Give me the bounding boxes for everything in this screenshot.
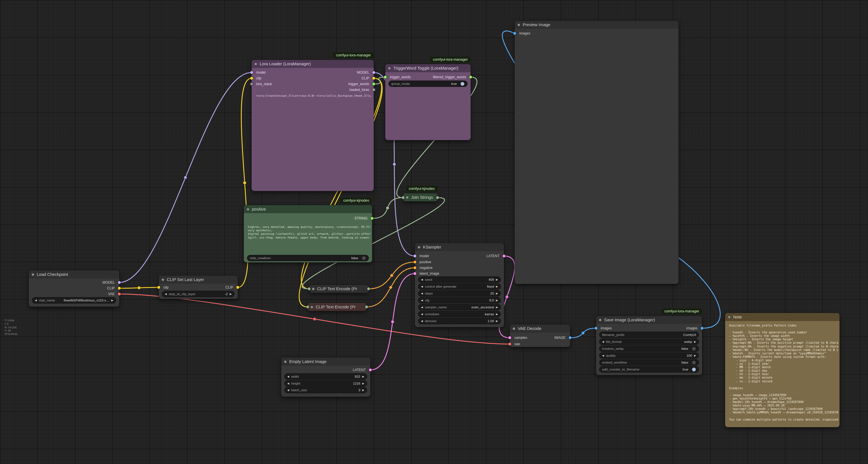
node-vae-decode[interactable]: VAE DecodesamplesvaeIMAGE — [510, 324, 570, 347]
node-clip-text-encode-pos[interactable]: CLIP Text Encode (Pr — [309, 285, 369, 293]
positive-output-port-STRING[interactable] — [371, 217, 373, 220]
clip-text-encode-pos-titlebar[interactable]: CLIP Text Encode (Pr — [309, 285, 369, 293]
note-titlebar[interactable]: Note — [725, 313, 840, 321]
triggerword-toggle-titlebar[interactable]: TriggerWord Toggle (LoraManager) — [385, 64, 471, 72]
ksampler-widget-seed[interactable]: ◀seed409▶ — [418, 277, 501, 283]
toggle-on-icon[interactable] — [692, 367, 696, 372]
combo-left-arrow-icon[interactable]: ◀ — [421, 292, 423, 295]
positive-titlebar[interactable]: positive — [244, 205, 372, 213]
load-checkpoint-output-port-MODEL[interactable] — [118, 281, 121, 284]
node-join-strings[interactable]: comfyui-kjnodesJoin Strings — [403, 193, 438, 201]
preview-image-input-port-images[interactable] — [513, 32, 516, 35]
lora-loader-output-port-loaded_loras[interactable] — [372, 88, 375, 91]
combo-right-arrow-icon[interactable]: ▶ — [496, 278, 498, 281]
ksampler-input-port-negative[interactable] — [413, 266, 416, 269]
combo-left-arrow-icon[interactable]: ◀ — [35, 299, 37, 302]
node-empty-latent-image[interactable]: Empty Latent ImageLATENT◀width832▶◀heigh… — [281, 357, 370, 397]
lora-loader-text[interactable]: <lora:CreateConcept_Illustrious:0.8> <lo… — [256, 94, 372, 189]
join-strings-titlebar[interactable]: Join Strings — [403, 193, 438, 201]
ksampler-input-port-latent_image[interactable] — [413, 272, 416, 275]
combo-right-arrow-icon[interactable]: ▶ — [496, 285, 498, 288]
node-collapse-dot-icon[interactable] — [388, 67, 391, 69]
node-collapse-dot-icon[interactable] — [312, 288, 314, 290]
clip-text-encode-neg-titlebar[interactable]: CLIP Text Encode (Pr — [308, 303, 367, 311]
save-image-widget-embed_workflow[interactable]: embed_workflowfalse — [599, 359, 699, 366]
node-clip-text-encode-neg[interactable]: CLIP Text Encode (Pr — [308, 303, 367, 311]
clip-text-encode-pos-output-port-out[interactable] — [367, 287, 370, 290]
empty-latent-image-output-port-LATENT[interactable] — [369, 369, 372, 371]
node-collapse-dot-icon[interactable] — [162, 279, 164, 281]
combo-right-arrow-icon[interactable]: ▶ — [230, 293, 232, 295]
combo-right-arrow-icon[interactable]: ▶ — [362, 375, 364, 378]
save-image-widget-add_counter_to_filename[interactable]: add_counter_to_filenametrue — [599, 366, 699, 373]
lora-loader-input-port-lora_stack[interactable] — [250, 83, 253, 85]
ksampler-widget-denoise[interactable]: ◀denoise1.00▶ — [418, 318, 501, 324]
save-image-widget-filename_prefix[interactable]: filename_prefixComfyUI — [599, 332, 699, 338]
combo-left-arrow-icon[interactable]: ◀ — [421, 313, 423, 316]
lora-loader-output-port-MODEL[interactable] — [372, 71, 375, 74]
ksampler-widget-steps[interactable]: ◀steps20▶ — [418, 290, 501, 297]
combo-left-arrow-icon[interactable]: ◀ — [165, 293, 167, 295]
toggle-off-icon[interactable] — [692, 347, 696, 351]
combo-right-arrow-icon[interactable]: ▶ — [496, 320, 498, 322]
empty-latent-image-titlebar[interactable]: Empty Latent Image — [281, 357, 370, 366]
node-clip-set-last-layer[interactable]: CLIP Set Last LayerclipCLIP◀stop_at_clip… — [159, 276, 238, 299]
load-checkpoint-titlebar[interactable]: Load Checkpoint — [29, 270, 119, 279]
note-text[interactable]: Available filename_prefix Pattern Codes … — [729, 324, 838, 426]
load-checkpoint-output-port-VAE[interactable] — [118, 293, 121, 295]
triggerword-toggle-input-port-trigger_words[interactable] — [384, 76, 387, 79]
node-load-checkpoint[interactable]: Load CheckpointMODELCLIPVAE◀ckpt_nameil\… — [29, 270, 119, 307]
triggerword-toggle-widget-group_mode[interactable]: group_modetrue — [389, 81, 467, 87]
empty-latent-image-widget-batch_size[interactable]: ◀batch_size3▶ — [284, 387, 367, 393]
combo-left-arrow-icon[interactable]: ◀ — [421, 320, 423, 322]
empty-latent-image-widget-width[interactable]: ◀width832▶ — [284, 373, 367, 380]
preview-image-titlebar[interactable]: Preview Image — [515, 21, 679, 29]
clip-set-last-layer-widget-stop_at_clip_layer[interactable]: ◀stop_at_clip_layer-2▶ — [162, 291, 235, 297]
save-image-output-port-images[interactable] — [701, 327, 704, 330]
combo-right-arrow-icon[interactable]: ▶ — [496, 299, 498, 302]
combo-right-arrow-icon[interactable]: ▶ — [496, 306, 498, 309]
combo-right-arrow-icon[interactable]: ▶ — [362, 382, 364, 385]
ksampler-widget-sampler_name[interactable]: ◀sampler_nameeuler_ancestral▶ — [418, 304, 501, 310]
save-image-widget-file_format[interactable]: ◀file_formatwebp▶ — [599, 339, 699, 345]
node-graph-canvas[interactable]: T: 0.00s I: 0 N: 14 [14] V: 28 FPS:58.82… — [0, 0, 868, 464]
clip-text-encode-pos-input-port-in[interactable] — [308, 287, 311, 290]
combo-left-arrow-icon[interactable]: ◀ — [287, 382, 289, 385]
clip-set-last-layer-input-port-clip[interactable] — [157, 286, 160, 289]
ksampler-titlebar[interactable]: KSampler — [415, 243, 504, 251]
ksampler-widget-cfg[interactable]: ◀cfg8.0▶ — [418, 297, 501, 303]
node-preview-image[interactable]: Preview Imageimages — [515, 21, 679, 284]
node-ksampler[interactable]: KSamplermodelpositivenegativelatent_imag… — [415, 243, 504, 327]
node-collapse-dot-icon[interactable] — [311, 306, 313, 308]
load-checkpoint-widget-ckpt_name[interactable]: ◀ckpt_nameil\waiNSFWIllustrious_v110.s…▶ — [32, 297, 116, 303]
vae-decode-input-port-vae[interactable] — [508, 343, 511, 346]
combo-left-arrow-icon[interactable]: ◀ — [421, 278, 423, 281]
join-strings-input-port-in[interactable] — [402, 196, 405, 199]
node-collapse-dot-icon[interactable] — [599, 319, 601, 321]
ksampler-widget-control_after_generate[interactable]: ◀control after generatefixed▶ — [418, 283, 501, 290]
node-collapse-dot-icon[interactable] — [518, 24, 520, 26]
combo-left-arrow-icon[interactable]: ◀ — [287, 388, 289, 392]
clip-set-last-layer-output-port-CLIP[interactable] — [236, 286, 239, 289]
combo-left-arrow-icon[interactable]: ◀ — [421, 285, 423, 288]
join-strings-output-port-out[interactable] — [436, 196, 439, 199]
combo-left-arrow-icon[interactable]: ◀ — [602, 340, 604, 343]
combo-right-arrow-icon[interactable]: ▶ — [111, 299, 113, 302]
combo-left-arrow-icon[interactable]: ◀ — [421, 306, 423, 309]
lora-loader-input-port-model[interactable] — [250, 71, 253, 74]
vae-decode-titlebar[interactable]: VAE Decode — [510, 324, 570, 332]
node-collapse-dot-icon[interactable] — [418, 246, 420, 249]
load-checkpoint-output-port-CLIP[interactable] — [118, 287, 121, 290]
node-save-image[interactable]: comfyui-lora-managerSave Image (LoraMana… — [596, 316, 702, 375]
triggerword-toggle-output-port-filtered_trigger_words[interactable] — [469, 76, 472, 79]
node-collapse-dot-icon[interactable] — [406, 196, 408, 199]
lora-loader-output-port-CLIP[interactable] — [372, 77, 375, 80]
combo-left-arrow-icon[interactable]: ◀ — [421, 299, 423, 302]
node-note[interactable]: NoteAvailable filename_prefix Pattern Co… — [725, 313, 840, 427]
positive-text[interactable]: highres, very detailed, amazing quality,… — [248, 225, 370, 261]
lora-loader-output-port-trigger_words[interactable] — [372, 83, 375, 85]
node-lora-loader[interactable]: comfyui-lora-managerLora Loader (LoraMan… — [252, 60, 374, 191]
save-image-widget-quality[interactable]: ◀quality100▶ — [599, 352, 699, 359]
clip-set-last-layer-titlebar[interactable]: CLIP Set Last Layer — [159, 276, 238, 284]
ksampler-input-port-positive[interactable] — [413, 261, 416, 263]
